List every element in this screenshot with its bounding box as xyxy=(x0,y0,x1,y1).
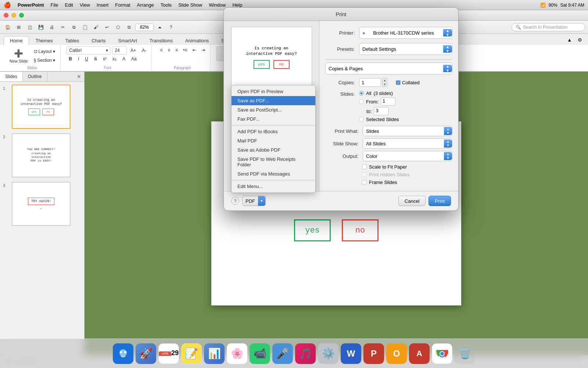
align-center[interactable]: ≡ xyxy=(165,46,172,54)
new-slide-button[interactable]: ➕ New Slide xyxy=(7,47,31,65)
toolbar-save[interactable]: 💾 xyxy=(36,22,46,32)
close-button[interactable] xyxy=(4,13,8,18)
toolbar-print[interactable]: 🖨 xyxy=(47,22,57,32)
slide-item-3[interactable]: 3 TRY AGAIN! ← xyxy=(3,182,81,226)
printer-select[interactable]: ● Brother HL-3170CDW series ▲▼ xyxy=(359,27,452,39)
toolbar-home[interactable]: 🏠 xyxy=(3,22,12,32)
dock-itunes[interactable]: 🎵 xyxy=(295,343,316,364)
presets-select[interactable]: Default Settings ▲▼ xyxy=(359,43,452,55)
slide-thumb-2[interactable]: YOU ARE CORRECT!creating aninteractivePD… xyxy=(12,133,71,177)
section-arrow[interactable]: ▲▼ xyxy=(443,65,452,72)
apple-menu[interactable]: 🍎 xyxy=(4,1,11,8)
menubar-insert[interactable]: Insert xyxy=(94,1,112,8)
layout-button[interactable]: ⊡ Layout ▾ xyxy=(32,48,58,55)
output-select[interactable]: Color ▲▼ xyxy=(363,151,452,161)
tab-home[interactable]: Home xyxy=(4,36,29,45)
hidden-checkbox[interactable] xyxy=(362,172,367,177)
menubar-view[interactable]: View xyxy=(77,1,93,8)
italic-button[interactable]: I xyxy=(76,55,81,63)
frame-checkbox[interactable] xyxy=(362,180,367,185)
context-mail-pdf[interactable]: Mail PDF xyxy=(232,136,315,145)
align-right[interactable]: ≡ xyxy=(173,46,180,54)
dock-chrome[interactable] xyxy=(432,343,452,364)
context-send-messages[interactable]: Send PDF via Messages xyxy=(232,169,315,178)
tab-animations[interactable]: Animations xyxy=(179,36,215,45)
context-fax-pdf[interactable]: Fax PDF... xyxy=(232,114,315,124)
context-edit-menu[interactable]: Edit Menu... xyxy=(232,182,315,191)
dock-word[interactable]: W xyxy=(341,343,361,364)
toolbar-arrange[interactable]: ⧉ xyxy=(124,22,134,32)
slide-item-1[interactable]: 1 Is creating an interactive PDF easy? y… xyxy=(3,85,81,129)
search-bar[interactable]: 🔍 Search in Presentation xyxy=(512,23,585,31)
presets-arrow[interactable]: ▲▼ xyxy=(443,45,452,53)
dock-sysprefs[interactable]: ⚙️ xyxy=(318,343,338,364)
menubar-edit[interactable]: Edit xyxy=(62,1,76,8)
from-input[interactable]: 1 xyxy=(381,98,395,106)
all-radio[interactable] xyxy=(359,91,364,96)
section-button[interactable]: § Section ▾ xyxy=(32,57,58,64)
copies-down[interactable]: ▼ xyxy=(383,82,387,86)
dock-calendar[interactable]: APR 29 xyxy=(158,343,179,364)
font-size-down[interactable]: A- xyxy=(140,47,148,54)
underline-button[interactable]: U xyxy=(83,55,90,63)
dock-acrobat[interactable]: A xyxy=(409,343,430,364)
collated-checkbox[interactable]: ✓ xyxy=(396,80,401,85)
font-clear-button[interactable]: Aa xyxy=(129,55,139,63)
menubar-window[interactable]: Window xyxy=(206,1,229,8)
bold-button[interactable]: B xyxy=(67,55,74,63)
tab-charts[interactable]: Charts xyxy=(86,36,111,45)
dock-trash[interactable]: 🗑️ xyxy=(455,343,475,364)
font-size[interactable]: 24 xyxy=(112,46,127,54)
selected-radio[interactable] xyxy=(359,117,364,122)
context-save-pdf[interactable]: Save as PDF... xyxy=(232,96,315,105)
context-save-adobe[interactable]: Save as Adobe PDF xyxy=(232,145,315,155)
slide-item-2[interactable]: 2 YOU ARE CORRECT!creating aninteractive… xyxy=(3,133,81,177)
superscript-button[interactable]: x² xyxy=(101,55,109,63)
toolbar-copy[interactable]: ⧉ xyxy=(69,22,79,32)
zoom-level[interactable]: 82% xyxy=(135,24,154,31)
copies-input[interactable]: 1 xyxy=(359,78,381,87)
printer-arrow[interactable]: ▲▼ xyxy=(443,29,452,36)
maximize-button[interactable] xyxy=(19,13,24,18)
toolbar-sidebar[interactable]: ◫ xyxy=(25,22,35,32)
tab-transitions[interactable]: Transitions xyxy=(144,36,179,45)
copies-stepper[interactable]: ▲ ▼ xyxy=(382,78,387,87)
align-left[interactable]: ≡ xyxy=(158,46,165,54)
tab-smartart[interactable]: SmartArt xyxy=(112,36,143,45)
context-save-postscript[interactable]: Save as PostScript... xyxy=(232,105,315,114)
output-arrow[interactable]: ▲▼ xyxy=(444,152,452,160)
no-button[interactable]: no xyxy=(342,219,379,241)
dock-launchpad[interactable]: 🚀 xyxy=(136,343,156,364)
strikethrough-button[interactable]: S xyxy=(92,55,99,63)
menubar-format[interactable]: Format xyxy=(112,1,133,8)
font-family[interactable]: Calibri▾ xyxy=(67,46,111,54)
panel-close-button[interactable]: ✕ xyxy=(74,72,84,81)
context-open-preview[interactable]: Open PDF in Preview xyxy=(232,87,315,96)
print-what-arrow[interactable]: ▲▼ xyxy=(444,127,452,135)
dock-notes[interactable]: 📝 xyxy=(181,343,202,364)
toolbar-grid[interactable]: ⊞ xyxy=(14,22,24,32)
toolbar-format-brush[interactable]: 🖌 xyxy=(91,22,101,32)
toolbar-shapes[interactable]: ⬡ xyxy=(113,22,123,32)
pdf-arrow[interactable]: ▼ xyxy=(258,196,265,206)
scale-checkbox[interactable] xyxy=(362,164,367,169)
to-input[interactable]: 3 xyxy=(374,107,388,115)
zoom-stepper[interactable]: ⏶ xyxy=(155,22,165,32)
tab-themes[interactable]: Themes xyxy=(30,36,59,45)
tab-outline[interactable]: Outline xyxy=(23,72,47,81)
menubar-arrange[interactable]: Arrange xyxy=(134,1,157,8)
help-button[interactable]: ? xyxy=(231,197,239,205)
tab-slides[interactable]: Slides xyxy=(0,72,23,81)
yes-button[interactable]: yes xyxy=(294,219,331,241)
toolbar-paste[interactable]: 📋 xyxy=(80,22,90,32)
menubar-slideshow[interactable]: Slide Show xyxy=(175,1,205,8)
dock-keynote[interactable]: 📊 xyxy=(204,343,225,364)
font-color-button[interactable]: A xyxy=(120,55,128,63)
print-what-select[interactable]: Slides ▲▼ xyxy=(363,126,452,136)
list-bullets[interactable]: •≡ xyxy=(181,46,189,54)
minimize-button[interactable] xyxy=(11,13,16,18)
dock-finder[interactable] xyxy=(113,343,133,364)
slide-thumb-3[interactable]: TRY AGAIN! ← xyxy=(12,182,71,226)
ribbon-settings[interactable]: ⚙ xyxy=(576,36,584,43)
copies-up[interactable]: ▲ xyxy=(383,78,387,82)
